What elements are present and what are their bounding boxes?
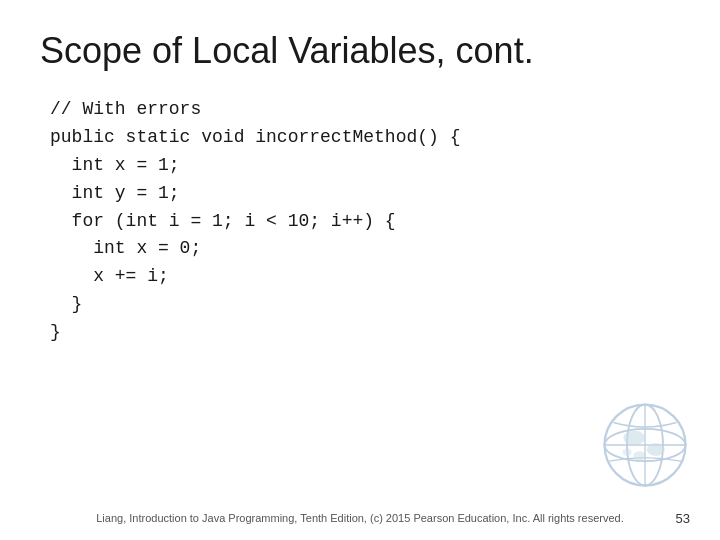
page-number: 53 [676,511,690,526]
svg-point-6 [647,443,665,456]
globe-watermark-icon [600,400,690,490]
code-line-8: } [50,291,680,319]
code-line-2: public static void incorrectMethod() { [50,124,680,152]
slide-title: Scope of Local Variables, cont. [40,30,680,72]
code-line-4: int y = 1; [50,180,680,208]
code-line-3: int x = 1; [50,152,680,180]
slide: Scope of Local Variables, cont. // With … [0,0,720,540]
svg-point-5 [623,431,645,445]
svg-point-8 [623,449,632,456]
code-line-5: for (int i = 1; i < 10; i++) { [50,208,680,236]
code-line-1: // With errors [50,96,680,124]
code-line-9: } [50,319,680,347]
footer-text: Liang, Introduction to Java Programming,… [0,512,720,524]
code-block: // With errors public static void incorr… [50,96,680,347]
code-line-7: x += i; [50,263,680,291]
code-line-6: int x = 0; [50,235,680,263]
svg-point-7 [633,451,646,460]
